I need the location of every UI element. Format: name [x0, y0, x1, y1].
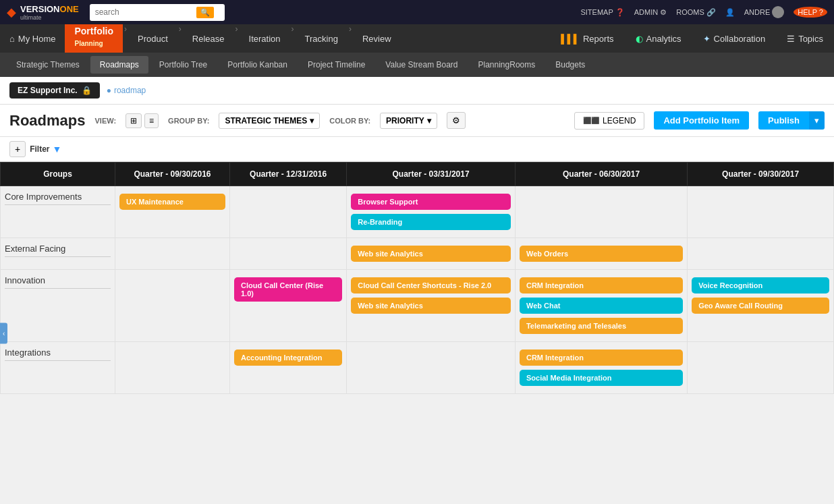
admin-link[interactable]: ADMIN ⚙: [634, 8, 667, 17]
group-by-value: STRATEGIC THEMES: [225, 116, 307, 125]
admin-icon: ⚙: [660, 8, 667, 17]
nav-tracking[interactable]: Tracking: [296, 24, 348, 53]
group-by-selector[interactable]: STRATEGIC THEMES ▾: [219, 113, 320, 129]
nav-sep-1: ›: [123, 24, 128, 53]
settings-button[interactable]: ⚙: [447, 112, 466, 129]
main-nav: ⌂ My Home Portfolio Planning › Product ›…: [0, 24, 834, 53]
grid-cell: [688, 238, 834, 270]
portfolio-item-website-analytics-ext[interactable]: Web site Analytics: [351, 246, 511, 262]
portfolio-item-crm-integration-integ[interactable]: CRM Integration: [520, 349, 683, 366]
nav-topics[interactable]: ☰ Topics: [776, 24, 834, 53]
grid-cell: UX Maintenance: [115, 186, 230, 238]
sitemap-link[interactable]: SITEMAP ❓: [580, 8, 624, 17]
color-by-selector[interactable]: PRIORITY ▾: [380, 113, 437, 129]
nav-iteration[interactable]: Iteration: [240, 24, 290, 53]
filter-label: Filter ▼: [30, 144, 61, 155]
avatar: [772, 6, 784, 18]
add-portfolio-item-button[interactable]: Add Portfolio Item: [654, 111, 749, 130]
portfolio-item-browser-support[interactable]: Browser Support: [351, 194, 511, 210]
subnav-value-stream-board[interactable]: Value Stream Board: [376, 56, 467, 74]
filter-add-button[interactable]: +: [9, 141, 26, 157]
entity-lock-icon: 🔒: [82, 86, 92, 95]
nav-my-home[interactable]: ⌂ My Home: [0, 24, 65, 53]
subnav-roadmaps[interactable]: Roadmaps: [90, 56, 148, 74]
roadmap-dot-icon: ●: [107, 86, 111, 95]
nav-portfolio-planning[interactable]: Portfolio Planning: [65, 24, 123, 53]
planning-sub-label: Planning: [74, 40, 103, 47]
portfolio-label: Portfolio: [74, 26, 113, 36]
subnav-planning-rooms[interactable]: PlanningRooms: [469, 56, 545, 74]
grid-cell: CRM Integration Social Media Integration: [515, 342, 687, 394]
subnav-strategic-themes[interactable]: Strategic Themes: [7, 56, 89, 74]
portfolio-item-social-media-integration[interactable]: Social Media Integration: [520, 370, 683, 386]
collab-icon: ✦: [703, 34, 711, 44]
sub-nav: Strategic Themes Roadmaps Portfolio Tree…: [0, 53, 834, 77]
group-by-label: GROUP BY:: [168, 117, 209, 125]
publish-button[interactable]: Publish: [758, 111, 809, 130]
grid-view-button[interactable]: ⊞: [126, 113, 142, 128]
group-cell-innovation: Innovation: [1, 270, 115, 342]
search-input[interactable]: [95, 7, 196, 17]
user-link[interactable]: ANDRE: [744, 6, 785, 18]
portfolio-item-telemarketing[interactable]: Telemarketing and Telesales: [520, 318, 683, 334]
subnav-project-timeline[interactable]: Project Timeline: [298, 56, 374, 74]
analytics-icon: ◐: [636, 34, 643, 44]
help-link[interactable]: HELP ?: [794, 7, 827, 18]
portfolio-item-voice-recognition[interactable]: Voice Recognition: [692, 277, 829, 293]
publish-group: Publish ▾: [758, 111, 825, 130]
group-by-chevron-icon: ▾: [310, 116, 314, 125]
grid-cell: [115, 270, 230, 342]
logo-text: VERSIONONE: [20, 4, 79, 14]
nav-product[interactable]: Product: [128, 24, 177, 53]
nav-release[interactable]: Release: [183, 24, 234, 53]
roadmap-grid-container: Groups Quarter - 09/30/2016 Quarter - 12…: [0, 162, 834, 504]
grid-header-q3-2017: Quarter - 09/30/2017: [688, 163, 834, 186]
entity-selector[interactable]: EZ Support Inc. 🔒: [9, 82, 100, 99]
collapse-panel-button[interactable]: ‹: [0, 323, 7, 343]
roadmap-grid: Groups Quarter - 09/30/2016 Quarter - 12…: [0, 162, 834, 394]
nav-reports[interactable]: ▌▌▌ Reports: [550, 24, 624, 53]
nav-analytics[interactable]: ◐ Analytics: [625, 24, 692, 53]
portfolio-item-web-orders[interactable]: Web Orders: [520, 246, 683, 262]
portfolio-item-ux-maintenance[interactable]: UX Maintenance: [119, 194, 225, 210]
search-button[interactable]: 🔍: [196, 7, 214, 18]
roadmap-header: Roadmaps VIEW: ⊞ ≡ GROUP BY: STRATEGIC T…: [0, 105, 834, 137]
filter-funnel-icon: ▼: [53, 144, 62, 155]
portfolio-item-website-analytics-inn[interactable]: Web site Analytics: [351, 298, 511, 314]
publish-dropdown-button[interactable]: ▾: [809, 111, 825, 130]
list-view-button[interactable]: ≡: [144, 113, 159, 128]
table-row: Innovation Cloud Call Center (Rise 1.0) …: [1, 270, 834, 342]
rooms-link[interactable]: ROOMS 🔗: [676, 8, 716, 17]
top-bar: ◆ VERSIONONE ultimate 🔍 SITEMAP ❓ ADMIN …: [0, 0, 834, 24]
legend-grid-icon: ⬛⬛: [583, 117, 599, 124]
portfolio-item-accounting-integration[interactable]: Accounting Integration: [234, 349, 342, 366]
subnav-portfolio-tree[interactable]: Portfolio Tree: [150, 56, 217, 74]
color-by-value: PRIORITY: [386, 116, 424, 125]
table-row: External Facing Web site Analytics Web O…: [1, 238, 834, 270]
top-links: SITEMAP ❓ ADMIN ⚙ ROOMS 🔗 👤 ANDRE HELP ?: [580, 6, 827, 18]
portfolio-item-cloud-call-center-1[interactable]: Cloud Call Center (Rise 1.0): [234, 277, 342, 302]
search-container: 🔍: [90, 4, 225, 21]
subnav-budgets[interactable]: Budgets: [546, 56, 594, 74]
entity-bar: EZ Support Inc. 🔒 ● roadmap: [0, 77, 834, 105]
subnav-portfolio-kanban[interactable]: Portfolio Kanban: [218, 56, 297, 74]
group-name-external-facing: External Facing: [5, 244, 65, 254]
nav-sep-5: ›: [348, 24, 353, 53]
grid-cell: Browser Support Re-Branding: [347, 186, 516, 238]
page-title: Roadmaps: [9, 112, 85, 130]
group-cell-external-facing: External Facing: [1, 238, 115, 270]
portfolio-item-web-chat[interactable]: Web Chat: [520, 298, 683, 314]
group-cell-integrations: Integrations: [1, 342, 115, 394]
grid-cell: CRM Integration Web Chat Telemarketing a…: [515, 270, 687, 342]
nav-sep-4: ›: [290, 24, 296, 53]
nav-collaboration[interactable]: ✦ Collaboration: [692, 24, 777, 53]
nav-review[interactable]: Review: [353, 24, 401, 53]
portfolio-item-cloud-call-center-shortcuts[interactable]: Cloud Call Center Shortcuts - Rise 2.0: [351, 277, 511, 293]
roadmap-breadcrumb[interactable]: ● roadmap: [107, 86, 146, 95]
home-icon: ⌂: [9, 34, 15, 44]
grid-cell: [230, 238, 347, 270]
portfolio-item-geo-aware[interactable]: Geo Aware Call Routing: [692, 298, 829, 314]
portfolio-item-re-branding[interactable]: Re-Branding: [351, 214, 511, 230]
portfolio-item-crm-integration-inn[interactable]: CRM Integration: [520, 277, 683, 293]
legend-button[interactable]: ⬛⬛ LEGEND: [574, 112, 644, 130]
